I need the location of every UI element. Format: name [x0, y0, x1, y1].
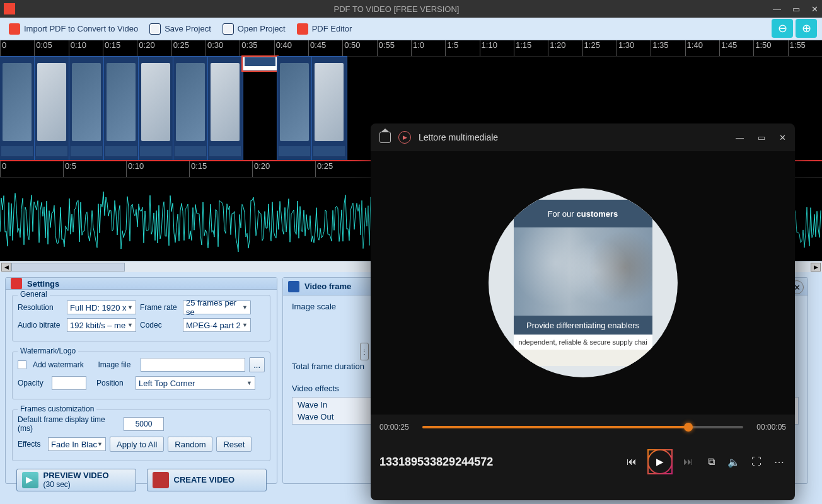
browse-button[interactable]: ...: [249, 357, 265, 372]
pdf-icon: [297, 23, 308, 35]
bitrate-label: Audio bitrate: [18, 321, 63, 329]
frame-circle: For our customers Provide differentiatin…: [489, 188, 678, 377]
zoom-in-button[interactable]: ⊕: [796, 19, 817, 38]
zoom-out-button[interactable]: ⊖: [772, 19, 793, 38]
frame-thumb[interactable]: [139, 57, 173, 160]
card-bar2: ndependent, reliable & secure supply cha…: [514, 335, 652, 350]
resolution-select[interactable]: Full HD: 1920 x▼: [67, 301, 136, 314]
frame-thumb[interactable]: [312, 57, 347, 160]
open-project-button[interactable]: Open Project: [223, 23, 286, 35]
imagefile-label: Image file: [98, 360, 137, 369]
seek-knob[interactable]: [684, 423, 693, 432]
frame-thumb[interactable]: [243, 57, 277, 71]
fullscreen-button[interactable]: ⛶: [750, 455, 763, 469]
position-label: Position: [96, 379, 132, 387]
videoframe-icon: [288, 281, 299, 292]
card-header: For our customers: [514, 200, 652, 227]
player-maximize-button[interactable]: ▭: [758, 133, 765, 142]
bitrate-select[interactable]: 192 kbit/s – me▼: [67, 318, 136, 332]
reset-button[interactable]: Reset: [216, 437, 252, 452]
position-select[interactable]: Left Top Corner▼: [136, 376, 255, 390]
frame-thumb[interactable]: [0, 57, 35, 160]
import-pdf-button[interactable]: Import PDF to Convert to Video: [9, 23, 138, 35]
apply-all-button[interactable]: Apply to All: [110, 437, 164, 452]
folder-icon: [223, 23, 234, 35]
videoframe-title: Video frame: [304, 282, 351, 291]
create-icon: [153, 472, 169, 488]
frame-thumb[interactable]: [69, 57, 104, 160]
player-minimize-button[interactable]: —: [736, 133, 744, 142]
prev-track-button[interactable]: ⏮: [625, 455, 639, 469]
frame-thumb[interactable]: [277, 57, 312, 160]
titlebar: PDF TO VIDEO [FREE VERSION] — ▭ ✕: [0, 0, 822, 18]
frame-thumb[interactable]: [104, 57, 139, 160]
card-bar1: Provide differentiating enablers: [514, 316, 652, 335]
defaulttime-input[interactable]: [124, 417, 164, 431]
save-project-button[interactable]: Save Project: [149, 23, 211, 35]
random-button[interactable]: Random: [168, 437, 212, 452]
player-seekbar[interactable]: 00:00:25 00:00:05: [371, 415, 795, 440]
codec-label: Codec: [140, 321, 179, 329]
next-track-button[interactable]: ⏭: [681, 455, 695, 469]
close-button[interactable]: ✕: [811, 4, 818, 14]
player-stage: ue proposi For our customers Provide dif…: [371, 151, 795, 415]
frame-thumb[interactable]: [208, 57, 243, 160]
time-current: 00:00:25: [379, 423, 415, 432]
scroll-left-button[interactable]: ◀: [1, 263, 11, 272]
player-filename: 133189533829244572: [379, 455, 616, 469]
frame-thumb[interactable]: [35, 57, 69, 160]
home-icon[interactable]: [379, 132, 391, 143]
player-titlebar: ▶ Lettore multimediale — ▭ ✕: [371, 123, 795, 151]
frames-group: Frames customization Default frame displ…: [12, 410, 270, 461]
effects-label: Effects: [18, 440, 44, 449]
maximize-button[interactable]: ▭: [792, 4, 800, 14]
watermark-group: Watermark/Logo Add watermark Image file …: [12, 352, 270, 399]
card-photo: [514, 227, 652, 316]
app-icon: [4, 3, 15, 14]
general-group: General Resolution Full HD: 1920 x▼ Fram…: [12, 295, 270, 341]
main-toolbar: Import PDF to Convert to Video Save Proj…: [0, 18, 822, 40]
add-watermark-checkbox[interactable]: [18, 360, 26, 369]
player-title: Lettore multimediale: [419, 132, 728, 142]
collapse-side-button[interactable]: ⋮: [360, 343, 369, 360]
player-close-button[interactable]: ✕: [779, 133, 786, 142]
imagefile-input[interactable]: [141, 358, 245, 372]
opacity-label: Opacity: [18, 379, 48, 387]
preview-video-button[interactable]: PREVIEW VIDEO(30 sec): [16, 469, 136, 491]
save-icon: [149, 23, 161, 35]
opacity-input[interactable]: [52, 376, 86, 390]
minimize-button[interactable]: —: [773, 4, 781, 14]
captions-button[interactable]: ⧉: [704, 455, 718, 469]
add-watermark-label: Add watermark: [33, 360, 94, 369]
scroll-thumb[interactable]: [11, 263, 125, 272]
timeline-ruler-1: 00:050:100:150:200:250:300:350:400:450:5…: [0, 40, 822, 57]
volume-button[interactable]: 🔈: [727, 455, 741, 469]
frame-thumb[interactable]: [173, 57, 208, 160]
scroll-right-button[interactable]: ▶: [811, 263, 821, 272]
media-player-window: ▶ Lettore multimediale — ▭ ✕ ue proposi …: [371, 123, 795, 500]
time-remaining: 00:00:05: [751, 423, 786, 432]
player-logo-icon: ▶: [398, 131, 411, 144]
create-video-button[interactable]: CREATE VIDEO: [147, 469, 267, 491]
codec-select[interactable]: MPEG-4 part 2▼: [183, 318, 251, 332]
effects-select[interactable]: Fade In Blac▼: [48, 437, 106, 451]
window-title: PDF TO VIDEO [FREE VERSION]: [20, 4, 773, 14]
play-button[interactable]: ▶: [647, 449, 673, 474]
seek-track[interactable]: [422, 426, 743, 428]
player-controls: 133189533829244572 ⏮ ▶ ⏭ ⧉ 🔈 ⛶ ⋯: [371, 440, 795, 484]
import-icon: [9, 23, 20, 35]
settings-panel: Settings General Resolution Full HD: 192…: [5, 277, 277, 484]
framerate-select[interactable]: 25 frames per se▼: [183, 301, 251, 314]
defaulttime-label: Default frame display time (ms): [18, 415, 120, 433]
pdf-editor-button[interactable]: PDF Editor: [297, 23, 352, 35]
framerate-label: Frame rate: [140, 303, 179, 312]
more-button[interactable]: ⋯: [772, 455, 786, 469]
resolution-label: Resolution: [18, 303, 63, 312]
preview-icon: [22, 472, 38, 488]
settings-icon: [11, 278, 22, 289]
settings-title: Settings: [27, 279, 59, 289]
